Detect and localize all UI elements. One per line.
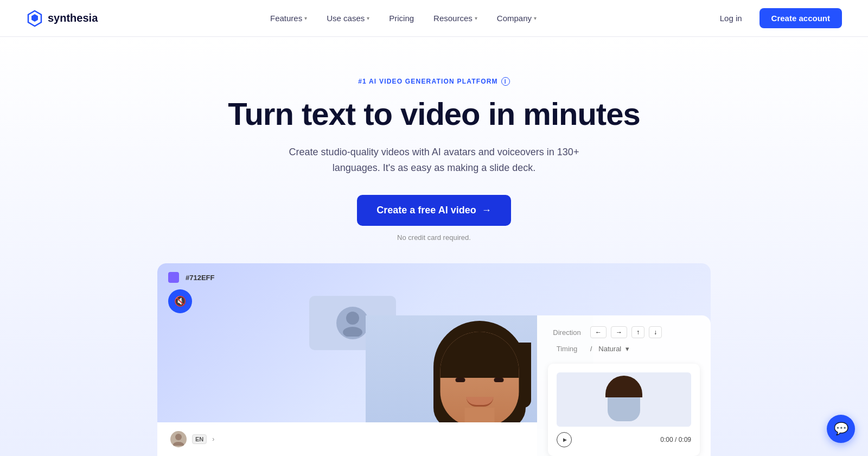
chat-icon: 💬 bbox=[834, 422, 848, 436]
chevron-down-icon: ▾ bbox=[475, 15, 477, 21]
demo-subtitles: EN › Hey, I'm over 160 AI avatars a ynth… bbox=[157, 422, 537, 456]
nav-pricing[interactable]: Pricing bbox=[380, 9, 423, 27]
video-controls: 0:00 / 0:09 bbox=[557, 432, 691, 447]
timing-label: Timing bbox=[548, 345, 586, 353]
navbar: synthesia Features ▾ Use cases ▾ Pricing… bbox=[0, 0, 868, 37]
demo-right-panel: Direction ← → ↑ ↓ Timing / Natural ▾ bbox=[537, 315, 711, 456]
chevron-down-icon: ▾ bbox=[534, 15, 537, 21]
mute-button[interactable]: 🔇 bbox=[168, 289, 192, 313]
demo-frame: #712EFF 🔇 bbox=[157, 263, 711, 456]
no-credit-card-note: No credit card required. bbox=[11, 233, 857, 242]
chat-button[interactable]: 💬 bbox=[827, 415, 855, 443]
color-swatch bbox=[168, 272, 179, 283]
demo-container: #712EFF 🔇 bbox=[157, 263, 711, 456]
demo-topbar: #712EFF bbox=[157, 263, 711, 287]
chevron-down-icon: ▾ bbox=[304, 15, 307, 21]
svg-point-2 bbox=[175, 434, 182, 440]
speaker-muted-icon: 🔇 bbox=[174, 295, 186, 307]
nav-company[interactable]: Company ▾ bbox=[488, 9, 545, 27]
color-hex-label: #712EFF bbox=[186, 274, 214, 282]
logo[interactable]: synthesia bbox=[26, 10, 98, 27]
hero-title: Turn text to video in minutes bbox=[11, 97, 857, 131]
chevron-down-icon: ▾ bbox=[367, 15, 369, 21]
direction-right-btn[interactable]: → bbox=[611, 326, 627, 338]
play-button[interactable] bbox=[557, 432, 572, 447]
nav-use-cases[interactable]: Use cases ▾ bbox=[318, 9, 378, 27]
subtitle-controls-row: EN › bbox=[170, 431, 524, 447]
subtitle-avatar bbox=[170, 431, 187, 447]
video-time: 0:00 / 0:09 bbox=[660, 436, 691, 444]
subtitle-text: Hey, I'm over 160 AI avatars a ynthesia. bbox=[170, 453, 524, 456]
timing-chevron-icon: ▾ bbox=[626, 345, 629, 353]
svg-point-3 bbox=[173, 442, 184, 446]
nav-links: Features ▾ Use cases ▾ Pricing Resources… bbox=[261, 9, 545, 27]
timing-controls: Timing / Natural ▾ bbox=[548, 345, 700, 353]
info-icon: i bbox=[501, 77, 510, 86]
hero-badge: #1 AI VIDEO GENERATION PLATFORM i bbox=[358, 77, 510, 86]
nav-resources[interactable]: Resources ▾ bbox=[425, 9, 486, 27]
hero-subtitle: Create studio-quality videos with AI ava… bbox=[288, 144, 580, 176]
brand-name: synthesia bbox=[48, 12, 98, 24]
lang-arrow-icon: › bbox=[212, 435, 214, 443]
demo-main-video: Direction ← → ↑ ↓ Timing / Natural ▾ bbox=[157, 315, 711, 456]
language-badge: EN bbox=[192, 434, 207, 444]
arrow-right-icon: → bbox=[482, 205, 492, 216]
synthesia-logo-icon bbox=[26, 10, 43, 27]
direction-controls: Direction ← → ↑ ↓ bbox=[548, 326, 700, 338]
timing-value: Natural bbox=[598, 345, 621, 353]
login-button[interactable]: Log in bbox=[709, 8, 753, 28]
create-account-button[interactable]: Create account bbox=[760, 8, 842, 28]
timing-slash-icon: / bbox=[590, 345, 592, 353]
video-preview-card: 0:00 / 0:09 bbox=[548, 364, 700, 456]
cta-button[interactable]: Create a free AI video → bbox=[357, 195, 510, 226]
hero-section: #1 AI VIDEO GENERATION PLATFORM i Turn t… bbox=[0, 37, 868, 456]
direction-label: Direction bbox=[548, 328, 586, 337]
direction-down-btn[interactable]: ↓ bbox=[649, 326, 662, 338]
direction-up-btn[interactable]: ↑ bbox=[631, 326, 644, 338]
nav-actions: Log in Create account bbox=[709, 8, 842, 28]
nav-features[interactable]: Features ▾ bbox=[261, 9, 316, 27]
direction-left-btn[interactable]: ← bbox=[590, 326, 607, 338]
